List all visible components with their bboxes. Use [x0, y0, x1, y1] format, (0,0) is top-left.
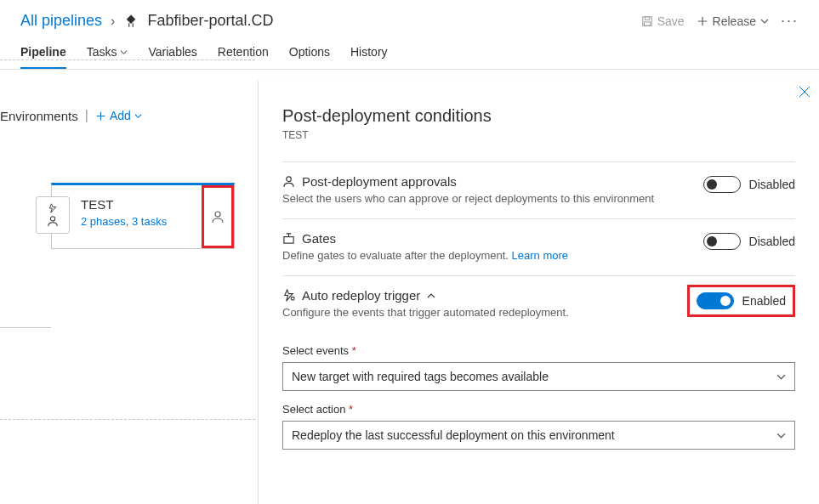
- plus-icon: [697, 15, 708, 27]
- environments-label: Environments: [0, 109, 78, 123]
- close-button[interactable]: [799, 86, 810, 101]
- gates-desc-text: Define gates to evaluate after the deplo…: [282, 249, 512, 262]
- environment-name: TEST: [81, 197, 193, 212]
- redeploy-desc: Configure the events that trigger automa…: [282, 306, 687, 319]
- section-auto-redeploy: Auto redeploy trigger Configure the even…: [282, 275, 795, 332]
- approvals-toggle[interactable]: [703, 176, 741, 193]
- person-icon: [47, 215, 59, 227]
- trigger-icon: [282, 289, 295, 302]
- chevron-down-icon: [776, 372, 786, 382]
- tab-retention[interactable]: Retention: [218, 37, 269, 69]
- save-button[interactable]: Save: [641, 14, 685, 28]
- chevron-up-icon: [427, 292, 435, 300]
- approvals-heading-text: Post-deployment approvals: [302, 174, 457, 189]
- add-label: Add: [110, 109, 131, 122]
- events-label: Select events *: [282, 344, 795, 357]
- gates-heading[interactable]: Gates: [282, 231, 703, 246]
- chevron-down-icon: [134, 112, 142, 120]
- rocket-icon: [123, 14, 139, 29]
- post-deployment-panel: Post-deployment conditions TEST Post-dep…: [258, 81, 819, 504]
- svg-rect-1: [645, 16, 649, 20]
- add-environment-button[interactable]: Add: [95, 109, 142, 122]
- tab-options[interactable]: Options: [289, 37, 330, 69]
- gates-icon: [282, 232, 295, 245]
- person-icon: [211, 210, 225, 224]
- svg-rect-2: [644, 21, 650, 25]
- more-button[interactable]: ···: [781, 12, 799, 30]
- action-select[interactable]: Redeploy the last successful deployment …: [282, 421, 795, 450]
- save-icon: [641, 15, 653, 27]
- release-label: Release: [713, 14, 756, 28]
- pipeline-canvas: Environments | Add TE: [0, 89, 255, 504]
- environments-header: Environments | Add: [0, 65, 255, 132]
- environment-card[interactable]: TEST 2 phases, 3 tasks: [51, 183, 235, 249]
- events-select[interactable]: New target with required tags becomes av…: [282, 362, 795, 391]
- tab-pipeline[interactable]: Pipeline: [20, 37, 66, 69]
- redeploy-state: Enabled: [742, 294, 786, 308]
- release-button[interactable]: Release: [697, 14, 769, 28]
- events-value: New target with required tags becomes av…: [292, 370, 549, 383]
- panel-stage-name: TEST: [282, 129, 795, 141]
- trigger-icon: [47, 203, 59, 213]
- panel-title: Post-deployment conditions: [282, 106, 795, 126]
- approvals-desc: Select the users who can approve or reje…: [282, 192, 703, 205]
- redeploy-heading-text: Auto redeploy trigger: [302, 288, 420, 303]
- divider: [0, 59, 255, 60]
- field-select-action: Select action * Redeploy the last succes…: [282, 403, 795, 450]
- page-title: Fabfiber-portal.CD: [147, 12, 273, 30]
- save-label: Save: [657, 14, 685, 28]
- chevron-right-icon: ›: [111, 14, 115, 29]
- svg-point-5: [287, 177, 292, 182]
- tab-variables[interactable]: Variables: [148, 37, 196, 69]
- plus-icon: [95, 110, 106, 122]
- chevron-down-icon: [760, 17, 769, 25]
- gates-learn-more-link[interactable]: Learn more: [512, 249, 568, 262]
- environment-card-body[interactable]: TEST 2 phases, 3 tasks: [52, 185, 202, 248]
- approvals-state: Disabled: [749, 178, 795, 191]
- page-header: All pipelines › Fabfiber-portal.CD Save …: [0, 0, 819, 37]
- tab-tasks-label: Tasks: [87, 45, 117, 59]
- pre-conditions-button[interactable]: [36, 196, 70, 234]
- tab-history[interactable]: History: [350, 37, 388, 69]
- gates-desc: Define gates to evaluate after the deplo…: [282, 249, 703, 262]
- gates-state: Disabled: [749, 235, 795, 248]
- tab-tasks[interactable]: Tasks: [87, 37, 128, 69]
- header-actions: Save Release ···: [641, 12, 799, 30]
- svg-point-7: [291, 297, 294, 300]
- gates-toggle[interactable]: [703, 233, 741, 250]
- environment-tasks-link[interactable]: 2 phases, 3 tasks: [81, 215, 193, 228]
- post-conditions-button[interactable]: [202, 185, 234, 248]
- gates-heading-text: Gates: [302, 231, 336, 246]
- field-select-events: Select events * New target with required…: [282, 344, 795, 391]
- svg-point-4: [215, 212, 220, 217]
- chevron-down-icon: [776, 431, 786, 440]
- divider: |: [85, 108, 88, 123]
- svg-rect-6: [284, 237, 293, 244]
- section-gates: Gates Define gates to evaluate after the…: [282, 218, 795, 275]
- divider: [0, 419, 255, 420]
- action-label: Select action *: [282, 403, 795, 416]
- svg-point-3: [50, 217, 54, 221]
- redeploy-toggle[interactable]: [697, 292, 734, 309]
- redeploy-heading[interactable]: Auto redeploy trigger: [282, 288, 687, 303]
- action-value: Redeploy the last successful deployment …: [292, 428, 615, 442]
- approvals-heading[interactable]: Post-deployment approvals: [282, 174, 703, 189]
- connector-line: [0, 327, 51, 328]
- chevron-down-icon: [120, 48, 128, 56]
- section-approvals: Post-deployment approvals Select the use…: [282, 161, 795, 218]
- person-icon: [282, 175, 295, 188]
- breadcrumb-root-link[interactable]: All pipelines: [20, 12, 102, 30]
- breadcrumb: All pipelines › Fabfiber-portal.CD: [20, 12, 273, 30]
